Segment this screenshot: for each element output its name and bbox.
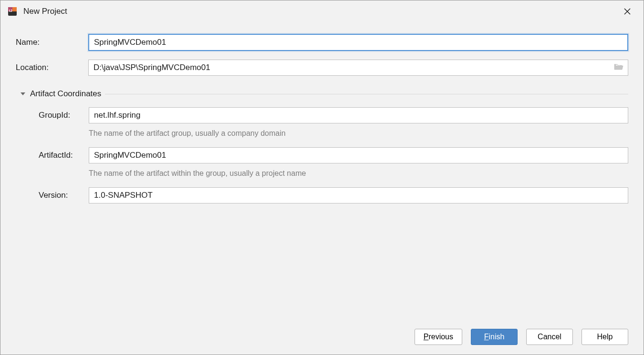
svg-text:IJ: IJ <box>9 9 12 13</box>
version-row: Version: <box>39 187 628 203</box>
artifactid-label: ArtifactId: <box>39 151 84 160</box>
location-row: Location: <box>16 60 628 76</box>
svg-rect-2 <box>12 7 17 11</box>
groupid-label: GroupId: <box>39 111 84 120</box>
groupid-input[interactable] <box>89 107 628 123</box>
groupid-hint: The name of the artifact group, usually … <box>89 129 628 138</box>
version-input[interactable] <box>89 187 628 203</box>
location-label: Location: <box>16 63 83 72</box>
svg-marker-6 <box>21 92 25 95</box>
section-divider <box>105 94 628 94</box>
close-icon <box>623 8 631 15</box>
artifactid-input[interactable] <box>89 147 628 163</box>
cancel-button[interactable]: Cancel <box>526 329 573 345</box>
window-title: New Project <box>23 7 618 16</box>
help-button[interactable]: Help <box>582 329 628 345</box>
section-title: Artifact Coordinates <box>30 89 101 99</box>
location-input[interactable] <box>88 60 628 76</box>
titlebar: IJ New Project <box>0 0 644 22</box>
close-button[interactable] <box>618 2 637 21</box>
name-row: Name: <box>16 34 628 51</box>
finish-button[interactable]: Finish <box>471 329 518 345</box>
name-input[interactable] <box>88 34 628 51</box>
previous-button[interactable]: Previous <box>415 329 462 345</box>
artifact-coordinates-body: GroupId: The name of the artifact group,… <box>16 107 628 203</box>
name-label: Name: <box>16 38 83 47</box>
dialog-footer: Previous Finish Cancel Help <box>0 321 644 355</box>
chevron-down-icon <box>20 91 26 97</box>
dialog-content: Name: Location: Artifact Coordinates Gro… <box>0 22 644 321</box>
artifactid-hint: The name of the artifact within the grou… <box>89 169 628 178</box>
groupid-row: GroupId: <box>39 107 628 123</box>
app-icon: IJ <box>7 6 18 17</box>
browse-folder-button[interactable] <box>614 62 624 73</box>
version-label: Version: <box>39 191 84 200</box>
folder-open-icon <box>614 62 623 71</box>
artifact-coordinates-header[interactable]: Artifact Coordinates <box>16 89 628 99</box>
artifactid-row: ArtifactId: <box>39 147 628 163</box>
